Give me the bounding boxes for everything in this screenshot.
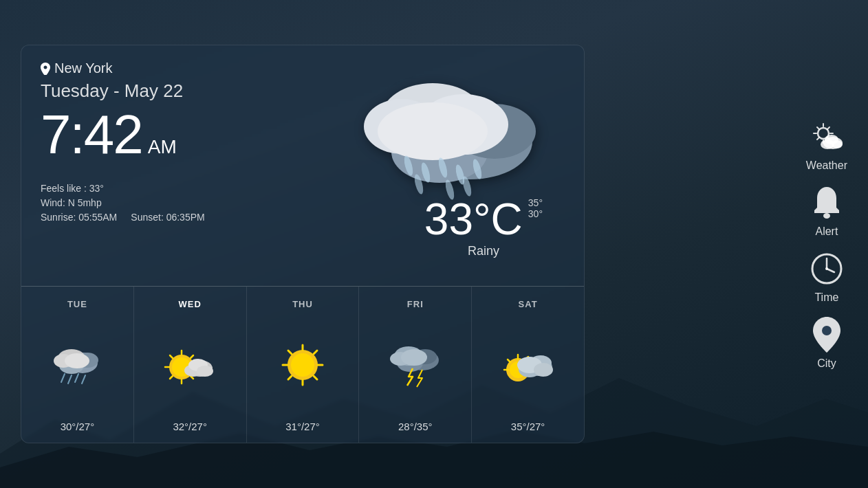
forecast-day-name-thu: THU	[292, 299, 313, 309]
forecast-day-name-wed: WED	[179, 299, 202, 309]
sidebar-item-weather[interactable]: Weather	[806, 118, 847, 172]
date-text: Tuesday - May 22	[41, 80, 283, 102]
forecast-row: TUE 30°/27°	[21, 287, 584, 443]
svg-point-84	[825, 267, 828, 270]
svg-point-20	[65, 353, 89, 368]
svg-line-33	[170, 376, 173, 379]
svg-line-23	[75, 374, 78, 382]
city-pin-icon	[808, 316, 845, 353]
svg-point-6	[378, 102, 488, 160]
forecast-icon-sat	[501, 341, 556, 389]
sunrise-row: Sunrise: 05:55AM Sunset: 06:35PM	[41, 212, 283, 223]
forecast-day-name-tue: TUE	[67, 299, 87, 309]
card-left: New York Tuesday - May 22 7:42 AM Feels …	[21, 45, 303, 286]
feels-like: Feels like : 33°	[41, 183, 283, 194]
forecast-icon-tue	[50, 341, 105, 389]
sidebar-item-time[interactable]: Time	[808, 250, 845, 304]
forecast-day-name-sat: SAT	[519, 299, 538, 309]
svg-line-72	[817, 127, 819, 129]
location-pin-icon	[41, 63, 50, 75]
sidebar-label-time: Time	[814, 291, 838, 304]
time-row: 7:42 AM	[41, 107, 283, 162]
svg-line-48	[314, 351, 317, 354]
forecast-temps-thu: 31°/27°	[285, 421, 320, 432]
svg-point-54	[401, 349, 427, 366]
weather-icon	[808, 118, 845, 155]
svg-line-34	[191, 355, 193, 358]
sidebar-item-city[interactable]: City	[808, 316, 845, 370]
forecast-day-wed: WED	[134, 287, 247, 443]
svg-point-85	[822, 326, 832, 335]
sidebar-label-weather: Weather	[806, 159, 847, 172]
right-sidebar: Weather Alert	[806, 111, 847, 377]
sunset: Sunset: 06:35PM	[131, 212, 204, 223]
svg-line-22	[68, 375, 72, 384]
forecast-temps-fri: 28°/35°	[398, 421, 433, 432]
time-value: 7:42	[41, 107, 142, 162]
svg-line-31	[170, 355, 173, 358]
forecast-day-name-fri: FRI	[407, 299, 424, 309]
card-right: 33°C 35° 30° Rainy	[303, 45, 584, 286]
svg-line-60	[508, 359, 510, 362]
weather-card: New York Tuesday - May 22 7:42 AM Feels …	[21, 45, 585, 443]
svg-line-47	[288, 376, 292, 379]
svg-line-46	[314, 376, 317, 379]
forecast-day-thu: THU 31°/27°	[247, 287, 360, 443]
svg-point-40	[291, 353, 314, 377]
forecast-temps-sat: 35°/27°	[511, 421, 545, 432]
svg-point-79	[832, 140, 843, 148]
sidebar-label-alert: Alert	[815, 225, 838, 238]
forecast-day-fri: FRI 28°/35°	[359, 287, 472, 443]
sunrise: Sunrise: 05:55AM	[41, 212, 117, 223]
wind-info: Wind: N 5mhp	[41, 197, 283, 208]
alert-icon	[808, 184, 845, 221]
forecast-icon-thu	[275, 341, 330, 389]
cloud-illustration	[343, 52, 563, 217]
temp-high: 35°	[528, 197, 543, 208]
svg-line-24	[82, 375, 85, 384]
svg-point-38	[197, 366, 213, 377]
forecast-icon-wed	[162, 341, 217, 389]
svg-line-45	[288, 351, 292, 354]
time-icon	[808, 250, 845, 287]
svg-line-75	[817, 137, 819, 140]
svg-line-21	[61, 374, 65, 382]
main-layout: New York Tuesday - May 22 7:42 AM Feels …	[0, 0, 868, 488]
svg-point-66	[534, 363, 553, 377]
forecast-icon-fri	[388, 341, 443, 389]
card-top: New York Tuesday - May 22 7:42 AM Feels …	[21, 45, 584, 286]
weather-details: Feels like : 33° Wind: N 5mhp Sunrise: 0…	[41, 183, 283, 223]
forecast-temps-tue: 30°/27°	[61, 421, 95, 432]
location-row: New York	[41, 60, 283, 76]
main-temp: 33°C	[424, 197, 523, 241]
svg-point-80	[823, 213, 830, 219]
location-name: New York	[54, 60, 113, 76]
forecast-day-tue: TUE 30°/27°	[21, 287, 134, 443]
sidebar-item-alert[interactable]: Alert	[808, 184, 845, 238]
temp-low: 30°	[528, 208, 543, 219]
ampm-label: AM	[148, 136, 177, 158]
condition-label: Rainy	[424, 244, 543, 258]
svg-line-74	[827, 127, 829, 129]
sidebar-label-city: City	[817, 357, 836, 370]
forecast-temps-wed: 32°/27°	[173, 421, 207, 432]
forecast-day-sat: SAT	[472, 287, 584, 443]
temp-display: 33°C 35° 30° Rainy	[424, 197, 543, 258]
